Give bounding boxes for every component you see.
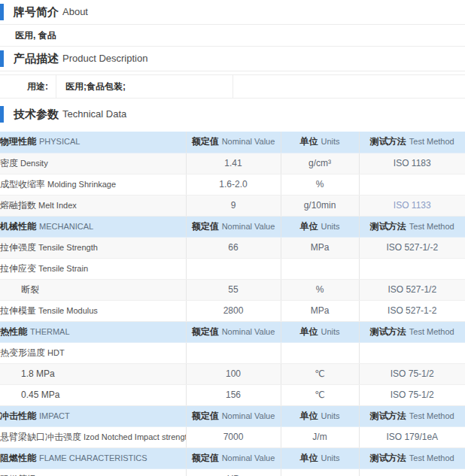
- test-method-cell: ISO 1183: [359, 153, 465, 174]
- units-cell: ℃: [281, 384, 359, 405]
- nominal-value-cell: 2800: [186, 300, 281, 321]
- test-method-value: ISO 1183: [394, 158, 431, 168]
- units-cell: [281, 468, 359, 476]
- units-cell: J/m: [281, 426, 359, 447]
- section-name-cell: 冲击性能IMPACT: [0, 405, 186, 426]
- property-cell: 拉伸强度Tensile Strength: [0, 237, 186, 258]
- table-row: 拉伸应变Tensile Strain: [0, 258, 465, 279]
- property-name-en: Melt Index: [38, 201, 77, 210]
- test-method-cell: ISO 527-1/-2: [359, 237, 465, 258]
- test-method-cell: ISO 179/1eA: [359, 426, 465, 447]
- section-title-en: About: [62, 4, 88, 20]
- property-name-zh: 拉伸应变: [0, 263, 36, 274]
- test-method-value: ISO 527-1/-2: [386, 242, 438, 253]
- nominal-value-cell: 156: [186, 384, 281, 405]
- test-method-header-cell: 测试方法Test Method: [359, 216, 465, 237]
- nominal-value-cell: 100: [186, 363, 281, 384]
- section-accent-bar: [0, 50, 4, 67]
- nominal-value: 7000: [223, 432, 244, 442]
- property-name-en: Molding Shrinkage: [47, 180, 116, 189]
- nominal-value: 9: [231, 200, 236, 211]
- test-method-value: ISO 75-1/2: [391, 368, 434, 379]
- property-cell: 断裂: [0, 279, 186, 300]
- units-cell: MPa: [281, 237, 359, 258]
- property-cell: 拉伸应变Tensile Strain: [0, 258, 186, 279]
- test-method-header-en: Test Method: [409, 137, 454, 146]
- technical-data-table: 物理性能PHYSICAL额定值Nominal Value单位Units测试方法T…: [0, 132, 465, 476]
- table-row: 热变形温度HDT: [0, 342, 465, 363]
- property-name-en: Izod Notched Impact strength: [84, 432, 186, 441]
- table-row: 1.8 MPa100℃ISO 75-1/2: [0, 363, 465, 384]
- units-header-en: Units: [321, 222, 339, 231]
- test-method-cell: [359, 174, 465, 195]
- nominal-value-header-cell: 额定值Nominal Value: [186, 321, 281, 342]
- section-accent-bar: [0, 4, 4, 20]
- table-section-header-row: 物理性能PHYSICAL额定值Nominal Value单位Units测试方法T…: [0, 132, 465, 153]
- property-name-en: HDT: [47, 348, 65, 357]
- units-value: J/m: [312, 432, 327, 442]
- units-header-cell: 单位Units: [281, 447, 359, 468]
- nominal-value-cell: 1.6-2.0: [186, 174, 281, 195]
- units-cell: MPa: [281, 300, 359, 321]
- table-section-header-row: 冲击性能IMPACT额定值Nominal Value单位Units测试方法Tes…: [0, 405, 465, 426]
- units-header-en: Units: [321, 453, 339, 462]
- section-name-en: IMPACT: [39, 411, 70, 420]
- table-section-header-row: 机械性能MECHANICAL额定值Nominal Value单位Units测试方…: [0, 216, 465, 237]
- section-header-technical-data: 技术参数 Technical Data: [0, 102, 465, 126]
- test-method-cell: [359, 258, 465, 279]
- units-header-en: Units: [321, 327, 339, 336]
- units-header-cell: 单位Units: [281, 132, 359, 153]
- test-method-cell: [359, 468, 465, 476]
- test-method-header-en: Test Method: [409, 411, 454, 420]
- section-title-zh: 产品描述: [14, 50, 59, 67]
- section-name-en: PHYSICAL: [39, 137, 80, 146]
- units-value: ℃: [315, 390, 324, 400]
- nominal-value: 1.6-2.0: [219, 179, 247, 189]
- nominal-value: 1.41: [224, 158, 242, 168]
- property-name-zh: 断裂: [21, 284, 39, 295]
- test-method-value: ISO 75-1/2: [391, 390, 434, 400]
- test-method-link[interactable]: ISO 1133: [394, 200, 431, 211]
- test-method-header-en: Test Method: [409, 327, 454, 336]
- property-name-en: Tensile Strength: [38, 243, 98, 252]
- units-header-en: Units: [321, 411, 339, 420]
- section-name-cell: 热性能THERMAL: [0, 321, 186, 342]
- nominal-value-header-cell: 额定值Nominal Value: [186, 447, 281, 468]
- usage-label: 用途:: [0, 75, 56, 98]
- test-method-cell: ISO 75-1/2: [359, 363, 465, 384]
- test-method-header-zh: 测试方法: [370, 136, 406, 147]
- nominal-value-header-zh: 额定值: [192, 453, 219, 463]
- property-name-zh: 热变形温度: [0, 347, 45, 358]
- property-cell: 0.45 MPa: [0, 384, 186, 405]
- units-cell: [281, 342, 359, 363]
- nominal-value-cell: HB: [186, 468, 281, 476]
- units-cell: g/cm³: [281, 153, 359, 174]
- test-method-header-zh: 测试方法: [370, 221, 406, 232]
- section-name-zh: 热性能: [0, 326, 27, 337]
- nominal-value-cell: [186, 342, 281, 363]
- nominal-value: 156: [226, 390, 241, 400]
- units-header-cell: 单位Units: [281, 216, 359, 237]
- property-name-zh: 0.45 MPa: [21, 390, 59, 400]
- property-name-zh: 密度: [0, 158, 18, 168]
- test-method-header-zh: 测试方法: [370, 453, 406, 463]
- property-cell: 拉伸模量Tensile Modulus: [0, 300, 186, 321]
- test-method-cell: [359, 342, 465, 363]
- table-row: 悬臂梁缺口冲击强度Izod Notched Impact strength700…: [0, 426, 465, 447]
- nominal-value-header-zh: 额定值: [192, 136, 219, 147]
- section-name-en: THERMAL: [30, 327, 70, 336]
- property-name-zh: 成型收缩率: [0, 179, 45, 189]
- nominal-value-header-en: Nominal Value: [222, 411, 275, 420]
- property-cell: 熔融指数Melt Index: [0, 195, 186, 216]
- units-value: MPa: [311, 242, 330, 253]
- units-cell: g/10min: [281, 195, 359, 216]
- units-value: ℃: [315, 368, 324, 379]
- nominal-value: 55: [228, 284, 238, 295]
- property-name-zh: 熔融指数: [0, 200, 36, 211]
- nominal-value-cell: 9: [186, 195, 281, 216]
- table-section-header-row: 阻燃性能FLAME CHARACTERISTICS额定值Nominal Valu…: [0, 447, 465, 468]
- property-name-en: Density: [20, 159, 48, 168]
- units-header-zh: 单位: [299, 221, 318, 232]
- test-method-header-zh: 测试方法: [370, 411, 406, 421]
- units-value: MPa: [311, 305, 330, 316]
